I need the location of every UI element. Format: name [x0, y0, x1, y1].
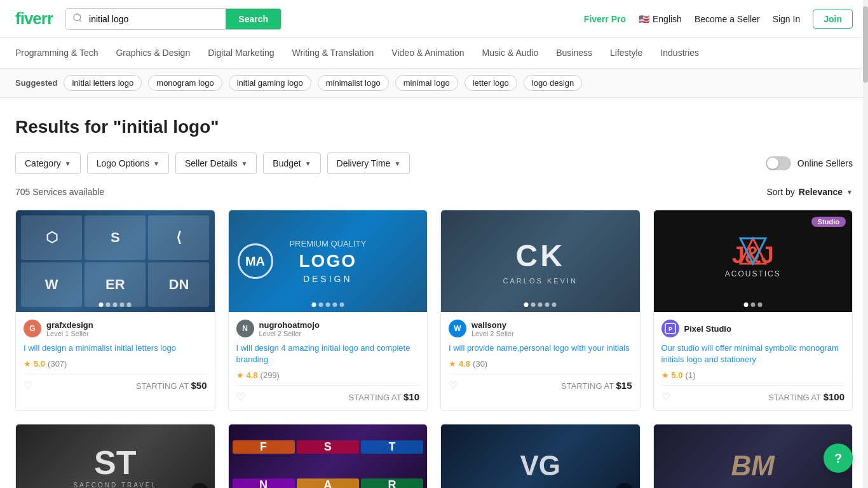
suggested-tag-initial-gaming[interactable]: initial gaming logo — [229, 75, 311, 91]
suggested-tag-initial-letters[interactable]: initial letters logo — [64, 75, 142, 91]
nav-item-programming-tech[interactable]: Programming & Tech — [15, 48, 98, 59]
favorite-button[interactable]: ♡ — [449, 379, 458, 391]
price-wrap: STARTING AT $15 — [561, 380, 632, 391]
list-item[interactable]: ⬡ S ⟨ W ER DN G grafxdesign — [15, 210, 215, 411]
nav-item-lifestyle[interactable]: Lifestyle — [610, 48, 642, 59]
nav-item-business[interactable]: Business — [556, 48, 592, 59]
list-item[interactable]: CK CARLOS KEVIN W wallsony Level 2 Selle… — [440, 210, 641, 411]
seller-info: P Pixel Studio — [661, 320, 845, 337]
favorite-button[interactable]: ♡ — [661, 391, 670, 403]
rating: ★ 4.8 (299) — [236, 370, 420, 380]
svg-text:P: P — [668, 326, 672, 332]
logo[interactable]: fiverr — [15, 9, 53, 29]
logo-options-filter[interactable]: Logo Options ▼ — [87, 152, 169, 174]
card-title[interactable]: I will design 4 amazing initial logo and… — [236, 342, 420, 365]
seller-info: N nugrohoatmojo Level 2 Seller — [236, 320, 420, 337]
seller-details-filter[interactable]: Seller Details ▼ — [175, 152, 257, 174]
suggested-tag-monogram[interactable]: monogram logo — [148, 75, 222, 91]
flag-icon: 🇺🇸 — [639, 14, 649, 24]
nav-item-video-animation[interactable]: Video & Animation — [391, 48, 464, 59]
suggested-tag-letter[interactable]: letter logo — [465, 75, 517, 91]
star-icon: ★ — [661, 370, 669, 380]
filters-bar: Category ▼ Logo Options ▼ Seller Details… — [15, 152, 853, 174]
nav-item-music-audio[interactable]: Music & Audio — [482, 48, 539, 59]
price-wrap: STARTING AT $10 — [349, 391, 419, 402]
list-item[interactable]: ST SAFCOND TRAVEL ▶ — [15, 424, 215, 488]
card-title[interactable]: I will provide name,personal logo with y… — [449, 342, 632, 354]
list-item[interactable]: VG ▶ — [440, 424, 641, 488]
become-seller-link[interactable]: Become a Seller — [695, 14, 760, 24]
list-item[interactable]: F S T N A R — [228, 424, 428, 488]
scrollbar[interactable] — [863, 0, 868, 488]
card-body: N nugrohoatmojo Level 2 Seller I will de… — [229, 312, 428, 410]
seller-details-label: Seller Details — [185, 158, 237, 168]
services-count: 705 Services available — [15, 187, 104, 197]
price-wrap: STARTING AT $100 — [768, 391, 844, 402]
seller-name: Pixel Studio — [684, 324, 731, 334]
studio-badge: Studio — [811, 217, 846, 227]
sort-selector[interactable]: Sort by Relevance ▼ — [766, 187, 853, 197]
seller-name: grafxdesign — [46, 320, 93, 330]
list-item[interactable]: J&J ACOUSTICS Studio P Pixel — [653, 210, 853, 411]
nav-item-industries[interactable]: Industries — [660, 48, 699, 59]
card-image: ⬡ S ⟨ W ER DN — [16, 210, 215, 312]
online-sellers-toggle[interactable] — [766, 156, 791, 170]
search-button[interactable]: Search — [226, 9, 281, 29]
chevron-down-icon: ▼ — [846, 189, 853, 196]
delivery-time-label: Delivery Time — [337, 158, 391, 168]
delivery-time-filter[interactable]: Delivery Time ▼ — [327, 152, 410, 174]
online-sellers-label: Online Sellers — [797, 158, 853, 168]
sign-in-link[interactable]: Sign In — [773, 14, 801, 24]
avatar: W — [449, 320, 466, 337]
card-title[interactable]: I will design a minimalist initial lette… — [24, 342, 207, 354]
help-button[interactable]: ? — [824, 444, 853, 473]
card-image: F S T N A R — [229, 424, 428, 488]
price: $50 — [191, 380, 207, 391]
seller-level: Level 1 Seller — [46, 330, 93, 337]
rating-value: 4.8 — [247, 370, 258, 380]
svg-line-1 — [79, 20, 81, 22]
budget-filter[interactable]: Budget ▼ — [263, 152, 320, 174]
search-input[interactable] — [89, 9, 226, 29]
seller-info: W wallsony Level 2 Seller — [449, 320, 632, 337]
join-button[interactable]: Join — [813, 10, 853, 29]
chevron-down-icon: ▼ — [153, 160, 159, 167]
suggested-label: Suggested — [15, 78, 57, 88]
online-sellers-toggle-wrap: Online Sellers — [766, 156, 853, 170]
rating: ★ 5.0 (307) — [24, 359, 207, 369]
seller-level: Level 2 Seller — [259, 330, 320, 337]
language-label: English — [653, 14, 682, 24]
list-item[interactable]: PREMIUM QUALITY LOGO DESIGN MA N nugroho… — [228, 210, 428, 411]
rating: ★ 4.8 (30) — [449, 359, 632, 369]
favorite-button[interactable]: ♡ — [24, 379, 32, 391]
language-selector[interactable]: 🇺🇸 English — [639, 14, 682, 24]
category-filter[interactable]: Category ▼ — [15, 152, 81, 174]
card-image: J&J ACOUSTICS Studio — [654, 210, 853, 312]
card-title[interactable]: Our studio will offer minimal symbolic m… — [661, 342, 845, 365]
card-footer: ♡ STARTING AT $10 — [236, 385, 420, 403]
star-icon: ★ — [449, 359, 456, 369]
price: $100 — [824, 391, 844, 402]
fiverr-pro-link[interactable]: Fiverr Pro — [584, 14, 626, 24]
rating-value: 5.0 — [672, 370, 683, 380]
results-title: Results for "initial logo" — [15, 117, 853, 137]
nav-item-digital-marketing[interactable]: Digital Marketing — [208, 48, 274, 59]
card-footer: ♡ STARTING AT $50 — [24, 374, 207, 391]
list-item[interactable]: BM — [653, 424, 853, 488]
suggested-tag-minimalist[interactable]: minimalist logo — [318, 75, 389, 91]
card-body: W wallsony Level 2 Seller I will provide… — [441, 312, 640, 399]
suggested-tag-minimal[interactable]: minimal logo — [395, 75, 458, 91]
chevron-down-icon: ▼ — [65, 160, 71, 167]
header-right: Fiverr Pro 🇺🇸 English Become a Seller Si… — [584, 10, 853, 29]
nav-item-graphics-design[interactable]: Graphics & Design — [116, 48, 190, 59]
review-count: (1) — [686, 370, 696, 380]
main-nav: Programming & Tech Graphics & Design Dig… — [0, 38, 868, 69]
card-image: CK CARLOS KEVIN — [441, 210, 640, 312]
price: $15 — [616, 380, 632, 391]
suggested-tag-logo-design[interactable]: logo design — [524, 75, 583, 91]
favorite-button[interactable]: ♡ — [236, 391, 245, 403]
chevron-down-icon: ▼ — [241, 160, 247, 167]
nav-item-writing-translation[interactable]: Writing & Translation — [292, 48, 374, 59]
scrollbar-thumb[interactable] — [863, 6, 868, 83]
card-body: P Pixel Studio Our studio will offer min… — [654, 312, 853, 410]
